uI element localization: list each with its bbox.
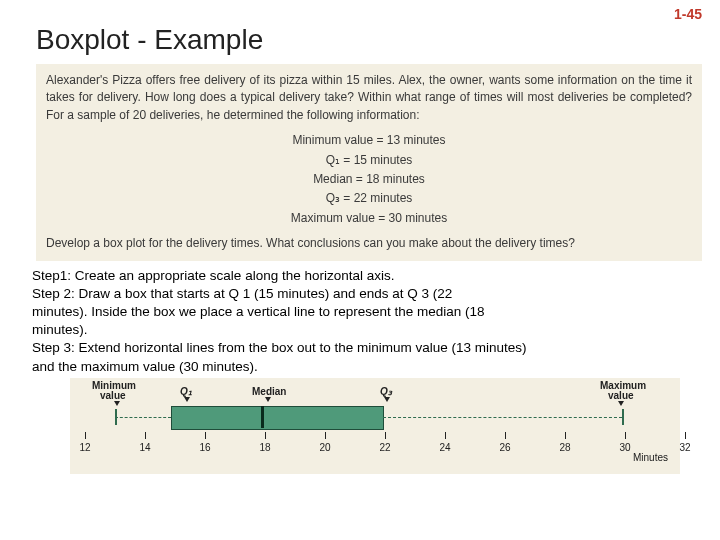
label-max-value: value — [608, 390, 634, 401]
boxplot-figure: Minimum value Q₁ Median Q₃ Maximum value… — [70, 378, 680, 474]
axis-28: 28 — [559, 442, 570, 453]
arrow-median-icon — [265, 397, 271, 402]
axis-label-minutes: Minutes — [633, 452, 668, 463]
tick-12 — [85, 432, 86, 439]
stat-min: Minimum value = 13 minutes — [46, 132, 692, 149]
axis-20: 20 — [319, 442, 330, 453]
steps-block: Step1: Create an appropriate scale along… — [32, 267, 690, 376]
arrow-q1-icon — [184, 397, 190, 402]
tick-14 — [145, 432, 146, 439]
label-min-value: value — [100, 390, 126, 401]
axis-26: 26 — [499, 442, 510, 453]
step-2c: minutes). — [32, 321, 690, 339]
axis-22: 22 — [379, 442, 390, 453]
median-line — [261, 406, 264, 428]
axis-12: 12 — [79, 442, 90, 453]
tick-20 — [325, 432, 326, 439]
tick-28 — [565, 432, 566, 439]
axis-16: 16 — [199, 442, 210, 453]
axis-numbers: 12 14 16 18 20 22 24 26 28 30 32 Minutes — [80, 442, 670, 456]
tick-18 — [265, 432, 266, 439]
problem-question: Develop a box plot for the delivery time… — [46, 235, 692, 252]
stat-q1: Q₁ = 15 minutes — [46, 152, 692, 169]
axis-32: 32 — [679, 442, 690, 453]
step-1: Step1: Create an appropriate scale along… — [32, 267, 690, 285]
axis-24: 24 — [439, 442, 450, 453]
whisker-cap-max — [622, 409, 624, 425]
boxplot-plot — [80, 404, 670, 432]
arrow-q3-icon — [384, 397, 390, 402]
tick-24 — [445, 432, 446, 439]
axis-18: 18 — [259, 442, 270, 453]
label-median: Median — [252, 386, 286, 397]
whisker-left — [115, 417, 171, 418]
tick-26 — [505, 432, 506, 439]
tick-22 — [385, 432, 386, 439]
step-3a: Step 3: Extend horizontal lines from the… — [32, 339, 690, 357]
page-title: Boxplot - Example — [36, 24, 720, 56]
tick-16 — [205, 432, 206, 439]
box — [171, 406, 384, 430]
step-3b: and the maximum value (30 minutes). — [32, 358, 690, 376]
step-2a: Step 2: Draw a box that starts at Q 1 (1… — [32, 285, 690, 303]
axis-30: 30 — [619, 442, 630, 453]
page-number: 1-45 — [674, 6, 702, 22]
step-2b: minutes). Inside the box we place a vert… — [32, 303, 690, 321]
tick-row — [80, 432, 670, 442]
problem-intro: Alexander's Pizza offers free delivery o… — [46, 72, 692, 124]
top-labels: Minimum value Q₁ Median Q₃ Maximum value — [80, 382, 670, 404]
stats-block: Minimum value = 13 minutes Q₁ = 15 minut… — [46, 132, 692, 227]
tick-30 — [625, 432, 626, 439]
tick-32 — [685, 432, 686, 439]
label-q1: Q₁ — [180, 386, 192, 397]
problem-statement: Alexander's Pizza offers free delivery o… — [36, 64, 702, 261]
stat-q3: Q₃ = 22 minutes — [46, 190, 692, 207]
label-q3: Q₃ — [380, 386, 392, 397]
axis-14: 14 — [139, 442, 150, 453]
whisker-right — [383, 417, 622, 418]
stat-median: Median = 18 minutes — [46, 171, 692, 188]
stat-max: Maximum value = 30 minutes — [46, 210, 692, 227]
